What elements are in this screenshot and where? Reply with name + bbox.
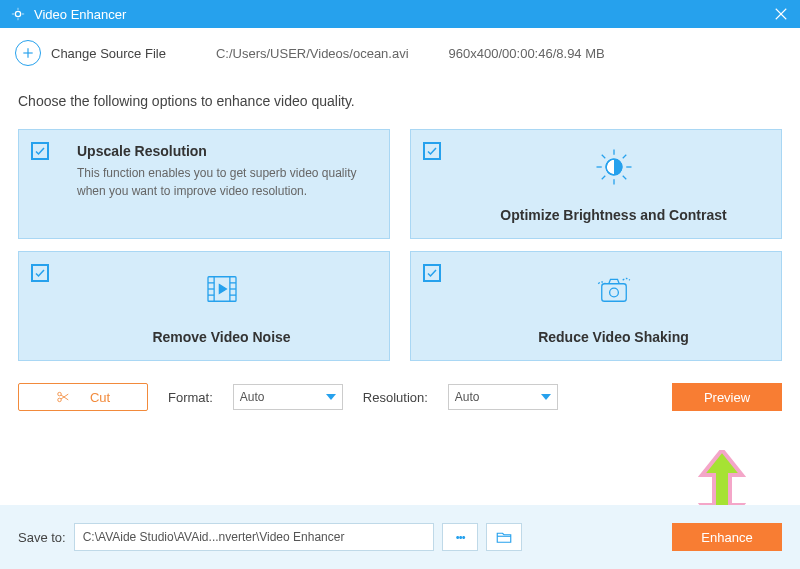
dots-icon: • • • — [456, 531, 464, 543]
svg-marker-26 — [219, 284, 226, 293]
cut-label: Cut — [90, 390, 110, 405]
option-shaking-title: Reduce Video Shaking — [538, 329, 689, 345]
option-noise-title: Remove Video Noise — [152, 329, 290, 345]
file-info: 960x400/00:00:46/8.94 MB — [449, 46, 605, 61]
resolution-label: Resolution: — [363, 390, 428, 405]
save-path-input[interactable] — [74, 523, 434, 551]
change-source-label[interactable]: Change Source File — [51, 46, 166, 61]
option-shaking[interactable]: Reduce Video Shaking — [410, 251, 782, 361]
option-noise[interactable]: Remove Video Noise — [18, 251, 390, 361]
svg-line-31 — [61, 395, 68, 400]
source-bar: Change Source File C:/Users/USER/Videos/… — [0, 28, 800, 78]
svg-line-16 — [601, 175, 605, 179]
svg-point-1 — [16, 12, 20, 16]
close-icon[interactable] — [772, 5, 790, 23]
app-title: Video Enhancer — [34, 7, 126, 22]
option-brightness-title: Optimize Brightness and Contrast — [500, 207, 726, 223]
preview-button[interactable]: Preview — [672, 383, 782, 411]
file-path: C:/Users/USER/Videos/ocean.avi — [216, 46, 409, 61]
option-brightness[interactable]: Optimize Brightness and Contrast — [410, 129, 782, 239]
option-upscale-title: Upscale Resolution — [77, 143, 207, 159]
svg-line-15 — [622, 154, 626, 158]
svg-line-14 — [622, 175, 626, 179]
format-select[interactable]: Auto — [233, 384, 343, 410]
svg-rect-27 — [601, 283, 626, 301]
svg-line-13 — [601, 154, 605, 158]
resolution-select[interactable]: Auto — [448, 384, 558, 410]
checkbox-brightness[interactable] — [423, 142, 441, 160]
resolution-value: Auto — [455, 390, 480, 404]
film-icon — [201, 268, 243, 314]
browse-button[interactable]: • • • — [442, 523, 478, 551]
option-upscale[interactable]: Upscale Resolution This function enables… — [18, 129, 390, 239]
checkbox-shaking[interactable] — [423, 264, 441, 282]
titlebar: Video Enhancer — [0, 0, 800, 28]
brightness-icon — [593, 146, 635, 192]
svg-marker-34 — [541, 394, 551, 400]
checkbox-noise[interactable] — [31, 264, 49, 282]
folder-icon — [495, 528, 513, 546]
add-file-icon[interactable] — [15, 40, 41, 66]
format-label: Format: — [168, 390, 213, 405]
chevron-down-icon — [541, 392, 551, 402]
app-icon — [10, 6, 26, 22]
checkbox-upscale[interactable] — [31, 142, 49, 160]
camera-icon — [593, 268, 635, 314]
svg-point-28 — [609, 288, 618, 297]
save-footer: Save to: • • • Enhance — [0, 505, 800, 569]
cut-button[interactable]: Cut — [18, 383, 148, 411]
svg-marker-33 — [326, 394, 336, 400]
instruction-text: Choose the following options to enhance … — [18, 93, 782, 109]
scissors-icon — [56, 390, 70, 404]
svg-line-32 — [61, 394, 68, 399]
option-upscale-desc: This function enables you to get superb … — [77, 164, 374, 200]
enhance-button[interactable]: Enhance — [672, 523, 782, 551]
chevron-down-icon — [326, 392, 336, 402]
save-to-label: Save to: — [18, 530, 66, 545]
format-value: Auto — [240, 390, 265, 404]
open-folder-button[interactable] — [486, 523, 522, 551]
